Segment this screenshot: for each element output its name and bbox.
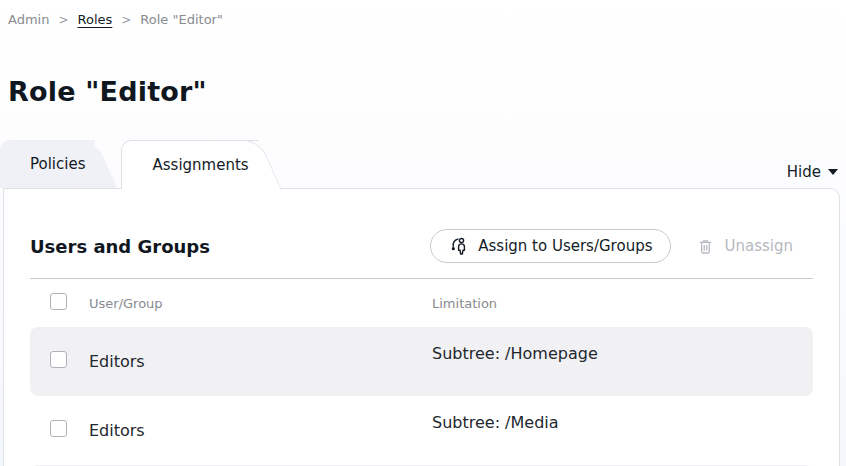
breadcrumb-item-roles[interactable]: Roles — [78, 12, 113, 27]
tabs-bar: Policies Assignments Hide — [0, 140, 846, 188]
hide-toggle-label: Hide — [787, 163, 821, 181]
assign-button[interactable]: Assign to Users/Groups — [430, 229, 671, 263]
breadcrumb: Admin > Roles > Role "Editor" — [0, 0, 846, 27]
select-all-checkbox[interactable] — [50, 293, 67, 310]
limitation-cell: Subtree: /Homepage — [432, 344, 793, 363]
breadcrumb-item-current: Role "Editor" — [140, 12, 223, 27]
tab-policies-label: Policies — [30, 155, 85, 173]
user-group-cell: Editors — [89, 421, 432, 440]
unassign-button[interactable]: Unassign — [696, 237, 793, 256]
row-checkbox-cell — [50, 420, 89, 441]
assignments-table: User/Group Limitation Editors Subtree: /… — [30, 279, 813, 466]
tab-assignments[interactable]: Assignments — [121, 140, 258, 189]
page-title: Role "Editor" — [8, 76, 846, 107]
breadcrumb-item-admin[interactable]: Admin — [8, 12, 49, 27]
assignments-panel: Users and Groups Assign to Users/Groups — [3, 188, 840, 466]
section-heading: Users and Groups — [30, 236, 210, 257]
table-header-row: User/Group Limitation — [30, 279, 813, 327]
panel-header: Users and Groups Assign to Users/Groups — [30, 229, 813, 263]
trash-icon — [696, 237, 715, 256]
unassign-button-label: Unassign — [724, 237, 793, 255]
user-group-cell: Editors — [89, 352, 432, 371]
table-row[interactable]: Editors Subtree: /Media — [30, 396, 813, 465]
hide-toggle[interactable]: Hide — [787, 163, 838, 181]
tab-policies[interactable]: Policies — [0, 140, 95, 188]
row-checkbox[interactable] — [50, 420, 67, 437]
tab-assignments-label: Assignments — [152, 156, 248, 174]
assign-button-label: Assign to Users/Groups — [478, 237, 652, 255]
limitation-cell: Subtree: /Media — [432, 413, 793, 432]
breadcrumb-separator: > — [121, 13, 131, 27]
table-row[interactable]: Editors Subtree: /Homepage — [30, 327, 813, 396]
assign-user-icon — [449, 236, 469, 256]
panel-actions: Assign to Users/Groups Unassign — [430, 229, 813, 263]
header-checkbox-cell — [50, 293, 89, 313]
column-header-user-group: User/Group — [89, 296, 432, 311]
row-checkbox-cell — [50, 351, 89, 372]
column-header-limitation: Limitation — [432, 296, 793, 311]
row-checkbox[interactable] — [50, 351, 67, 368]
chevron-down-icon — [828, 169, 838, 175]
breadcrumb-separator: > — [58, 13, 68, 27]
